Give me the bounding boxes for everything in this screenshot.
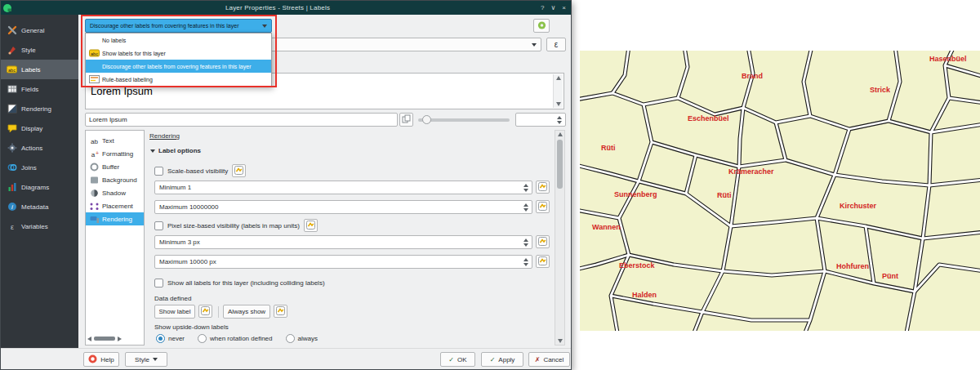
sidebar-item-joins[interactable]: Joins	[1, 158, 78, 177]
pixel-visibility-override-button[interactable]	[304, 219, 318, 232]
scroll-right-icon	[118, 337, 122, 341]
automated-placement-settings-button[interactable]	[533, 19, 550, 33]
preview-background-button[interactable]	[399, 113, 413, 127]
apply-button[interactable]: ✓ Apply	[481, 352, 523, 367]
always-show-button[interactable]: Always show	[223, 305, 270, 319]
pixel-visibility-checkbox[interactable]	[154, 221, 163, 230]
hscroll-thumb[interactable]	[94, 337, 115, 341]
dropdown-option-discourage-other-labels-from-c[interactable]: Discourage other labels from covering fe…	[86, 60, 271, 73]
epsilon-icon: ε	[555, 40, 558, 49]
help-icon	[88, 354, 97, 365]
ok-button[interactable]: ✓ OK	[440, 352, 475, 367]
slider-track	[418, 118, 510, 122]
size-slider[interactable]	[418, 115, 510, 125]
radio-always[interactable]: always	[286, 334, 318, 343]
chevron-down-icon	[532, 43, 537, 47]
scale-visibility-override-button[interactable]	[232, 164, 246, 177]
radio-never[interactable]: never	[156, 334, 185, 343]
properties-sidebar: GeneralStyleabcLabelsFieldsRenderingDisp…	[1, 15, 78, 348]
titlebar-close-button[interactable]: ×	[562, 4, 566, 11]
vscroll-thumb[interactable]	[557, 140, 563, 189]
style-menu-button[interactable]: Style	[125, 352, 167, 367]
scale-max-spinbox[interactable]: Maximum 10000000	[154, 200, 532, 214]
svg-text:abc: abc	[91, 51, 98, 56]
label-mode-combobox[interactable]: Discourage other labels from covering fe…	[85, 19, 272, 33]
pixel-max-spinbox[interactable]: Maximum 10000 px	[154, 255, 532, 269]
show-label-override-button[interactable]	[198, 305, 212, 318]
labels-page: Discourage other labels from covering fe…	[78, 15, 571, 348]
sample-text-input[interactable]	[85, 113, 398, 127]
pixel-max-override-button[interactable]	[536, 255, 550, 268]
layer-properties-dialog: Layer Properties - Streets | Labels ? ∨ …	[0, 0, 572, 370]
window-title: Layer Properties - Streets | Labels	[15, 4, 541, 11]
slider-handle[interactable]	[422, 115, 431, 124]
titlebar-help-button[interactable]: ?	[541, 4, 544, 11]
upside-down-radio-group: neverwhen rotation definedalways	[156, 334, 318, 343]
sidebar-item-variables[interactable]: εVariables	[1, 216, 78, 236]
labels-icon: abc	[7, 65, 17, 74]
cancel-button[interactable]: ✗ Cancel	[528, 352, 570, 367]
pixel-min-override-button[interactable]	[536, 235, 550, 248]
expression-builder-button[interactable]: ε	[546, 38, 566, 51]
tab-list-hscrollbar[interactable]	[87, 335, 138, 342]
show-all-labels-checkbox[interactable]	[154, 279, 163, 288]
copy-icon	[402, 114, 411, 125]
preview-scrollbar[interactable]	[553, 74, 563, 108]
chevron-down-icon	[153, 358, 158, 361]
titlebar-shade-button[interactable]: ∨	[550, 4, 555, 11]
scroll-up-icon	[558, 132, 563, 136]
panel-scrollbar[interactable]	[555, 130, 565, 345]
sidebar-item-metadata[interactable]: iMetadata	[1, 197, 78, 216]
rendering-header: Rendering	[149, 132, 180, 140]
style-tab-background[interactable]: Background	[86, 173, 144, 186]
map-label-rüti: Rüti	[601, 144, 616, 152]
dropdown-option-show-labels-for-this-layer[interactable]: abcShow labels for this layer	[86, 47, 271, 60]
style-tab-placement[interactable]: Placement	[86, 199, 144, 212]
sidebar-item-diagrams[interactable]: Diagrams	[1, 177, 78, 197]
titlebar[interactable]: Layer Properties - Streets | Labels ? ∨ …	[1, 1, 571, 15]
dropdown-option-rule-based-labeling[interactable]: Rule-based labeling	[86, 73, 271, 86]
dropdown-option-no-labels[interactable]: No labels	[86, 33, 271, 47]
scroll-left-icon	[87, 337, 91, 341]
style-tab-rendering[interactable]: Rendering	[86, 212, 144, 225]
chevron-down-icon	[262, 25, 267, 28]
style-icon	[7, 45, 17, 55]
radio-when-rotation-defined[interactable]: when rotation defined	[198, 334, 273, 343]
size-spinbox[interactable]	[515, 113, 566, 127]
sidebar-item-rendering[interactable]: Rendering	[1, 99, 78, 118]
preview-text: Lorem Ipsum	[91, 85, 153, 97]
show-label-button[interactable]: Show label	[154, 305, 195, 319]
diagrams-icon	[7, 182, 17, 192]
svg-text:+: +	[95, 150, 98, 156]
sidebar-item-actions[interactable]: Actions	[1, 138, 78, 158]
style-tab-shadow[interactable]: Shadow	[86, 186, 144, 199]
scale-min-spinbox[interactable]: Minimum 1	[154, 181, 532, 194]
joins-icon	[7, 163, 17, 172]
always-show-override-button[interactable]	[274, 305, 287, 318]
map-label-halden: Halden	[632, 291, 657, 299]
map-label-krämeracher: Krämeracher	[728, 167, 774, 176]
label-options-group-header[interactable]: Label options	[150, 147, 201, 154]
override-icon	[201, 304, 210, 319]
sidebar-item-display[interactable]: Display	[1, 118, 78, 138]
display-icon	[7, 123, 17, 133]
scale-min-override-button[interactable]	[536, 181, 550, 194]
check-icon: ✓	[448, 356, 454, 363]
sidebar-item-general[interactable]: General	[1, 20, 78, 40]
scale-visibility-checkbox[interactable]	[154, 167, 163, 176]
map-label-hohfuren: Hohfuren	[836, 262, 869, 270]
style-tab-formatting[interactable]: a+Formatting	[86, 147, 144, 160]
help-button[interactable]: Help	[83, 352, 119, 367]
shadow-icon	[88, 189, 100, 198]
radio-icon	[156, 334, 165, 343]
override-icon	[538, 199, 547, 214]
style-tab-buffer[interactable]: Buffer	[86, 160, 144, 173]
sidebar-item-fields[interactable]: Fields	[1, 79, 78, 99]
scale-max-override-button[interactable]	[536, 200, 550, 213]
scroll-down-icon	[556, 102, 561, 106]
style-tab-text[interactable]: abText	[86, 134, 144, 147]
cross-icon: ✗	[535, 356, 541, 363]
pixel-min-spinbox[interactable]: Minimum 3 px	[154, 235, 532, 249]
sidebar-item-labels[interactable]: abcLabels	[1, 60, 78, 79]
sidebar-item-style[interactable]: Style	[1, 40, 78, 60]
